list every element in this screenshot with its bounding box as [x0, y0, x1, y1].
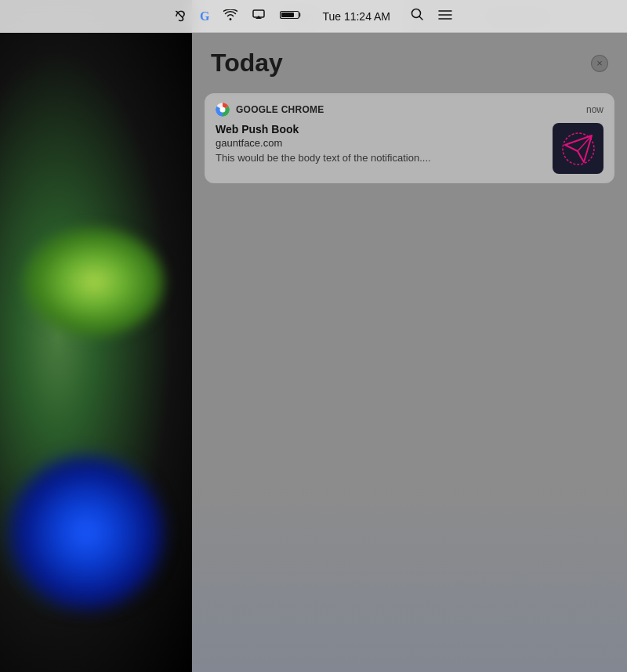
airplay-icon[interactable] — [252, 9, 266, 23]
paper-plane-icon — [559, 129, 598, 168]
notification-header: GOOGLE CHROME now — [216, 103, 603, 117]
menubar-icons: ⅋ G T — [175, 8, 452, 25]
svg-rect-2 — [281, 13, 294, 17]
today-header: Today × — [192, 33, 627, 87]
wallpaper-left — [0, 0, 192, 672]
notification-text: Web Push Book gauntface.com This would b… — [216, 123, 543, 165]
menubar: ⅋ G T — [0, 0, 627, 33]
notification-title: Web Push Book — [216, 123, 543, 135]
fork-icon[interactable]: ⅋ — [175, 8, 186, 25]
close-icon: × — [596, 57, 603, 69]
blue-cloud-decoration — [8, 454, 165, 611]
notification-app-info: GOOGLE CHROME — [216, 103, 324, 117]
today-title: Today — [211, 49, 283, 78]
notification-body: Web Push Book gauntface.com This would b… — [216, 123, 603, 174]
notification-site: gauntface.com — [216, 137, 543, 149]
notification-description: This would be the body text of the notif… — [216, 151, 543, 165]
menubar-time: Tue 11:24 AM — [322, 10, 390, 23]
menu-icon[interactable] — [438, 9, 452, 23]
bottom-gradient — [192, 484, 627, 672]
close-button[interactable]: × — [591, 55, 608, 72]
notification-card[interactable]: GOOGLE CHROME now Web Push Book gauntfac… — [205, 93, 614, 183]
notification-image — [553, 123, 603, 174]
wifi-icon[interactable] — [223, 9, 237, 23]
google-g-icon[interactable]: G — [200, 9, 209, 23]
svg-point-6 — [220, 107, 226, 113]
search-icon[interactable] — [411, 8, 424, 24]
notification-center-panel: Today Notifications Today × — [192, 0, 627, 672]
green-cloud-decoration — [24, 227, 165, 337]
battery-icon[interactable] — [280, 9, 302, 23]
notification-app-name: GOOGLE CHROME — [236, 104, 324, 115]
chrome-icon — [216, 103, 230, 117]
notification-time: now — [586, 104, 603, 115]
